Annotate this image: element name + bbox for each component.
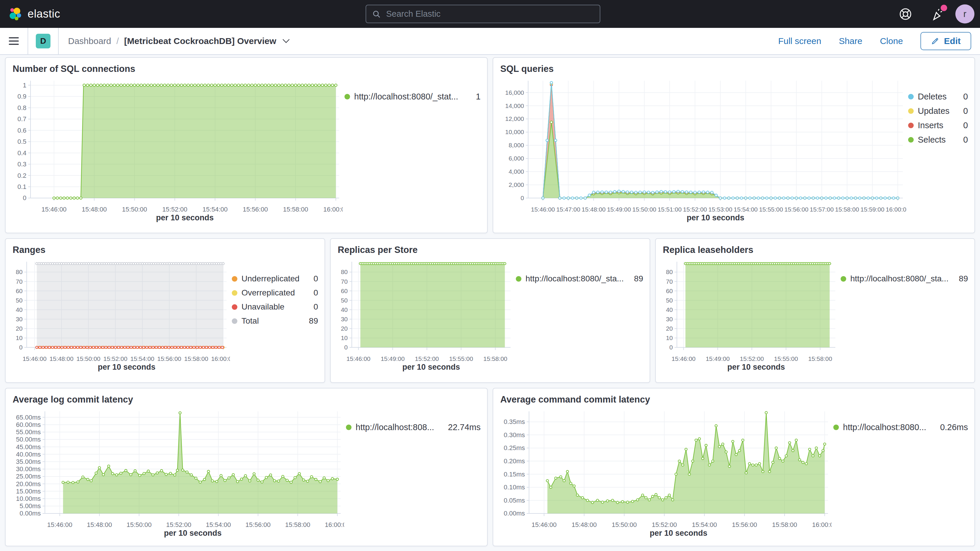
- chart-legend: http://localhost:8080/_stat...1: [343, 76, 480, 223]
- help-icon: [899, 7, 913, 21]
- svg-text:per 10 seconds: per 10 seconds: [98, 363, 156, 371]
- legend-item[interactable]: Updates0: [908, 106, 968, 116]
- chart-sql-queries[interactable]: 16,00014,00012,00010,0008,0006,0004,0002…: [500, 76, 906, 223]
- svg-text:1: 1: [23, 81, 26, 89]
- legend-item[interactable]: Inserts0: [908, 121, 968, 130]
- svg-text:0.2: 0.2: [18, 172, 26, 179]
- chart-ranges[interactable]: 8070605040302010015:46:0015:48:0015:50:0…: [12, 258, 230, 373]
- svg-text:15.00ms: 15.00ms: [16, 487, 41, 495]
- legend-item[interactable]: Unavailable0: [232, 302, 318, 312]
- svg-text:15:56:00: 15:56:00: [157, 355, 181, 362]
- svg-text:15:50:00: 15:50:00: [612, 521, 637, 529]
- breadcrumb-dashboard[interactable]: Dashboard: [68, 36, 111, 46]
- panel-title: Ranges: [13, 245, 318, 255]
- svg-text:50: 50: [16, 297, 22, 304]
- svg-text:15:48:00: 15:48:00: [81, 205, 107, 213]
- svg-text:60.00ms: 60.00ms: [16, 421, 41, 428]
- search-input[interactable]: [385, 9, 594, 19]
- svg-text:50: 50: [666, 297, 673, 304]
- dashboard-title-menu[interactable]: [Metricbeat CockroachDB] Overview: [124, 36, 290, 46]
- svg-text:10: 10: [16, 334, 22, 341]
- legend-dot: [346, 425, 352, 430]
- chart-avg-command-commit-latency[interactable]: 0.35ms0.30ms0.25ms0.20ms0.15ms0.10ms0.05…: [500, 407, 832, 539]
- svg-text:60: 60: [666, 288, 673, 294]
- legend-item[interactable]: http://localhost:8080/_sta...89: [841, 274, 968, 283]
- svg-text:15:46:00: 15:46:00: [347, 355, 371, 362]
- legend-label: Unavailable: [242, 302, 306, 312]
- svg-text:0.00ms: 0.00ms: [504, 510, 525, 517]
- chart-avg-log-commit-latency[interactable]: 65.00ms60.00ms55.00ms50.00ms45.00ms40.00…: [12, 407, 344, 539]
- svg-text:0: 0: [23, 194, 26, 202]
- svg-text:15:48:00: 15:48:00: [87, 521, 112, 529]
- svg-text:70: 70: [16, 278, 22, 285]
- legend-item[interactable]: http://localhost:8080...0.26ms: [833, 422, 968, 432]
- svg-text:per 10 seconds: per 10 seconds: [402, 363, 460, 371]
- svg-text:15:49:00: 15:49:00: [706, 355, 730, 362]
- svg-text:15:50:00: 15:50:00: [122, 205, 147, 213]
- svg-text:0.00ms: 0.00ms: [20, 510, 41, 517]
- user-avatar[interactable]: r: [955, 5, 974, 24]
- svg-text:15:49:00: 15:49:00: [607, 206, 631, 213]
- legend-item[interactable]: Overreplicated0: [232, 288, 318, 298]
- chart-legend: http://localhost:8080/_sta...89: [514, 258, 643, 373]
- edit-button[interactable]: Edit: [920, 32, 971, 50]
- menu-button[interactable]: [9, 37, 19, 45]
- svg-text:0.9: 0.9: [18, 93, 26, 100]
- legend-dot: [232, 318, 237, 324]
- svg-text:0.8: 0.8: [18, 104, 26, 111]
- legend-label: http://localhost:8080/_sta...: [850, 274, 951, 283]
- legend-dot: [232, 290, 237, 296]
- clone-button[interactable]: Clone: [880, 36, 903, 46]
- chart-replica-leaseholders[interactable]: 8070605040302010015:46:0015:49:0015:52:0…: [662, 258, 839, 373]
- svg-text:16:00:00: 16:00:00: [325, 521, 344, 529]
- global-search[interactable]: [366, 5, 600, 23]
- legend-item[interactable]: Total89: [232, 316, 318, 326]
- panel-avg-log-commit-latency: Average log commit latency 65.00ms60.00m…: [5, 388, 488, 546]
- edit-button-label: Edit: [944, 36, 961, 46]
- svg-text:20: 20: [16, 325, 22, 332]
- svg-text:10.00ms: 10.00ms: [16, 495, 41, 502]
- space-badge-letter: D: [40, 37, 46, 46]
- svg-text:per 10 seconds: per 10 seconds: [727, 363, 785, 371]
- legend-item[interactable]: http://localhost:808...22.74ms: [346, 422, 480, 432]
- chart-sql-connections[interactable]: 10.90.80.70.60.50.40.30.20.1015:46:0015:…: [12, 76, 343, 223]
- legend-value: 89: [634, 274, 643, 283]
- svg-text:30.00ms: 30.00ms: [16, 465, 41, 473]
- svg-text:15:54:00: 15:54:00: [692, 521, 717, 529]
- svg-text:0.20ms: 0.20ms: [504, 457, 525, 465]
- space-badge[interactable]: D: [36, 34, 51, 48]
- share-button[interactable]: Share: [839, 36, 862, 46]
- svg-text:15:52:00: 15:52:00: [740, 355, 764, 362]
- svg-text:16:00:00: 16:00:00: [812, 521, 832, 529]
- svg-text:15:52:00: 15:52:00: [166, 521, 191, 529]
- chevron-down-icon: [282, 39, 290, 43]
- avatar-initial: r: [963, 9, 966, 19]
- legend-item[interactable]: Underreplicated0: [232, 274, 318, 283]
- legend-value: 0: [963, 121, 968, 130]
- svg-text:0: 0: [520, 194, 524, 201]
- svg-text:15:58:00: 15:58:00: [285, 521, 310, 529]
- legend-dot: [232, 304, 237, 310]
- svg-text:15:52:00: 15:52:00: [415, 355, 439, 362]
- svg-text:15:58:00: 15:58:00: [483, 355, 508, 362]
- legend-dot: [841, 276, 846, 282]
- news-button[interactable]: [931, 7, 945, 21]
- svg-text:15:54:00: 15:54:00: [206, 521, 231, 529]
- svg-text:30: 30: [666, 316, 673, 322]
- chart-replicas-per-store[interactable]: 8070605040302010015:46:0015:49:0015:52:0…: [337, 258, 514, 373]
- elastic-logo[interactable]: elastic: [9, 7, 60, 21]
- legend-item[interactable]: http://localhost:8080/_stat...1: [344, 92, 480, 102]
- help-button[interactable]: [899, 7, 913, 21]
- svg-text:14,000: 14,000: [505, 102, 524, 109]
- legend-item[interactable]: Selects0: [908, 135, 968, 145]
- svg-text:50.00ms: 50.00ms: [16, 436, 41, 443]
- toolbar-actions: Full screen Share Clone Edit: [778, 32, 971, 50]
- panel-avg-command-commit-latency: Average command commit latency 0.35ms0.3…: [493, 388, 975, 546]
- panel-ranges: Ranges 8070605040302010015:46:0015:48:00…: [5, 238, 325, 383]
- full-screen-button[interactable]: Full screen: [778, 36, 821, 46]
- legend-item[interactable]: http://localhost:8080/_sta...89: [516, 274, 643, 283]
- svg-text:2,000: 2,000: [509, 181, 524, 188]
- legend-item[interactable]: Deletes0: [908, 92, 968, 102]
- svg-text:0.35ms: 0.35ms: [504, 418, 525, 425]
- svg-text:15:51:00: 15:51:00: [657, 206, 682, 213]
